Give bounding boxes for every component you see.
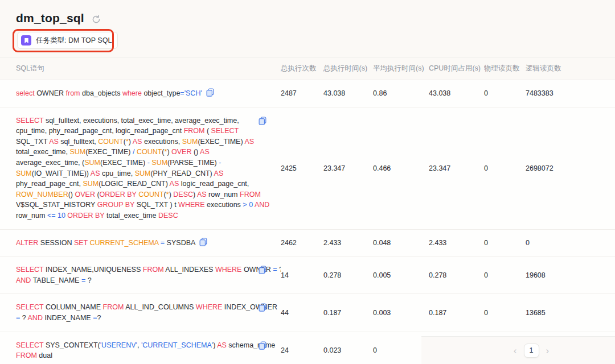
sql-token: ?	[97, 314, 101, 322]
metric-value: 0.048	[373, 239, 429, 247]
metric-value: 2462	[281, 239, 323, 247]
metric-value: 2698072	[526, 164, 615, 172]
column-header: 逻辑读页数	[526, 57, 615, 80]
page-number-button[interactable]: 1	[524, 344, 539, 358]
metric-value: 0	[484, 271, 526, 279]
sql-token: AS	[91, 169, 100, 177]
column-header: SQL语句	[0, 57, 281, 80]
metric-value: 44	[281, 309, 323, 317]
metric-value: 19608	[526, 271, 615, 279]
sql-token: object_type	[142, 89, 180, 97]
column-header: CPU时间占用(s)	[429, 57, 484, 80]
sql-token: SUM	[182, 138, 198, 146]
copy-icon[interactable]	[259, 266, 266, 274]
table-header-row: SQL语句总执行次数总执行时间(s)平均执行时间(s)CPU时间占用(s)物理读…	[0, 57, 615, 80]
sql-token: (EXEC_TIME)	[85, 148, 133, 156]
sql-token: <= 10	[47, 212, 65, 220]
bookmark-icon	[21, 35, 31, 46]
refresh-icon[interactable]	[91, 14, 101, 24]
column-header: 总执行次数	[281, 57, 323, 80]
table-body: select OWNER from dba_objects where obje…	[0, 80, 615, 364]
table-row[interactable]: SELECT sql_fulltext, executions, total_e…	[0, 107, 615, 230]
metric-value: 24	[281, 346, 323, 354]
sql-token: DESC	[173, 191, 193, 198]
sql-token: SUM	[151, 159, 167, 167]
column-header: 总执行时间(s)	[323, 57, 373, 80]
sql-token: CURRENT_SCHEMA	[89, 239, 158, 247]
sql-token: FROM	[143, 266, 164, 274]
sql-token: cpu_time,	[100, 169, 134, 177]
sql-statement-cell: select OWNER from dba_objects where obje…	[0, 80, 281, 107]
sql-token: (IO_WAIT_TIME))	[32, 169, 91, 177]
sql-token: AS	[133, 138, 142, 146]
sql-token: AS	[200, 148, 210, 156]
sql-token: WHERE	[178, 201, 205, 209]
copy-icon[interactable]	[259, 303, 266, 312]
sql-token: COUNT	[137, 148, 162, 156]
sql-token: SUM	[70, 148, 86, 156]
metric-value: 23.347	[429, 164, 484, 172]
sql-token: SESSION	[38, 239, 74, 247]
sql-statement-cell: SELECT INDEX_NAME,UNIQUENESS FROM ALL_IN…	[0, 257, 281, 293]
table-row[interactable]: select OWNER from dba_objects where obje…	[0, 80, 615, 107]
sql-token: =	[273, 266, 277, 274]
sql-token: WHERE	[215, 266, 242, 274]
sql-token: (LOGIC_READ_CNT)	[99, 180, 169, 188]
sql-token: DESC	[158, 212, 178, 220]
sql-token: AS	[244, 138, 254, 146]
metric-value: 7483383	[526, 89, 615, 97]
sql-token: SELECT	[16, 266, 43, 274]
sql-token: ALTER	[16, 239, 38, 247]
copy-icon[interactable]	[259, 341, 266, 350]
page-header: dm_top_sql 任务类型: DM TOP SQL	[0, 0, 615, 57]
sql-token: ,	[137, 341, 141, 349]
prev-page-button[interactable]: ‹	[512, 346, 518, 355]
sql-token: -	[219, 159, 221, 167]
sql-token: >	[243, 201, 247, 209]
sql-token: ALL_INDEXES	[164, 266, 215, 274]
sql-token: SELECT	[211, 127, 239, 135]
sql-token: ='SCH'	[180, 89, 202, 97]
sql-token: FROM	[240, 191, 261, 198]
sql-token: OWNER	[35, 89, 66, 97]
sql-token: (EXEC_TIME)	[100, 159, 147, 167]
sql-token: V$SQL_STAT_HISTORY	[16, 201, 97, 209]
copy-icon[interactable]	[206, 88, 214, 97]
sql-token: SELECT	[16, 303, 43, 311]
sql-token: sql_fulltext, executions, total_exec_tim…	[43, 117, 239, 125]
sql-token: )	[167, 148, 171, 156]
sql-token: SUM	[84, 159, 100, 167]
task-type-label: 任务类型: DM TOP SQL	[36, 36, 112, 46]
sql-table: SQL语句总执行次数总执行时间(s)平均执行时间(s)CPU时间占用(s)物理读…	[0, 57, 615, 364]
table-row[interactable]: ALTER SESSION SET CURRENT_SCHEMA = SYSDB…	[0, 230, 615, 257]
table-row[interactable]: SELECT COLUMN_NAME FROM ALL_IND_COLUMNS …	[0, 294, 615, 332]
sql-token: SUM	[16, 169, 32, 177]
sql-token: cpu_time, phy_read_page_cnt, logic_read_…	[16, 127, 184, 135]
sql-token: GROUP BY	[97, 201, 135, 209]
next-page-button[interactable]: ›	[545, 346, 551, 355]
sql-token: (PHY_READ_CNT)	[150, 169, 214, 177]
sql-statement-cell: ALTER SESSION SET CURRENT_SCHEMA = SYSDB…	[0, 230, 281, 257]
copy-icon[interactable]	[199, 238, 207, 246]
sql-token: FROM	[103, 303, 124, 311]
column-header: 平均执行时间(s)	[373, 57, 429, 80]
metric-value: 0.278	[323, 271, 373, 279]
table-row[interactable]: SELECT INDEX_NAME,UNIQUENESS FROM ALL_IN…	[0, 257, 615, 294]
sql-token: select	[16, 89, 35, 97]
metric-value: 0.86	[373, 89, 429, 97]
sql-token: SQL_TXT	[16, 138, 49, 146]
copy-icon[interactable]	[259, 117, 266, 125]
sql-token: ORDER BY	[67, 212, 104, 220]
sql-token: INDEX_OWNER	[222, 303, 277, 311]
metric-value: 0.003	[373, 309, 429, 317]
sql-token: average_exec_time, (	[16, 159, 84, 167]
sql-token: AND	[255, 201, 269, 209]
sql-token: AND	[28, 314, 43, 322]
metric-value: 2487	[281, 89, 323, 97]
metric-value: 0.466	[373, 164, 429, 172]
sql-token: INDEX_NAME,UNIQUENESS	[43, 266, 142, 274]
sql-token: ?	[20, 314, 27, 322]
sql-token: AS	[217, 341, 227, 349]
sql-token: FROM	[184, 127, 205, 135]
metric-value: 43.038	[429, 89, 484, 97]
